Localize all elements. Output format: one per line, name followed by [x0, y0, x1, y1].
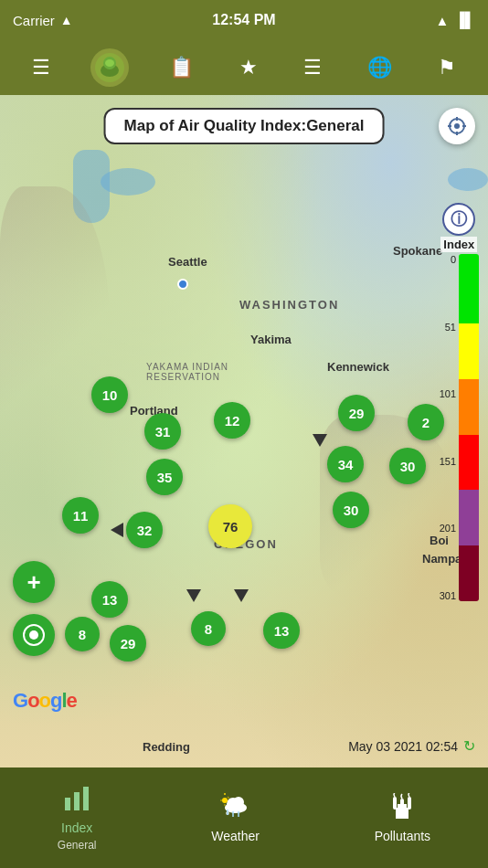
- map-title: Map of Air Quality Index:General: [104, 108, 385, 144]
- nav-bar: ☰ 📋 ★ ☰ 🌐 ⚑: [0, 40, 488, 95]
- svg-point-22: [222, 798, 228, 803]
- legend-val-101: 101: [440, 388, 456, 399]
- svg-rect-30: [400, 799, 404, 810]
- status-time: 12:54 PM: [212, 12, 275, 28]
- star-icon[interactable]: ★: [234, 50, 263, 85]
- svg-point-3: [105, 59, 114, 67]
- timestamp-text: May 03 2021 02:54: [348, 739, 458, 754]
- tab-index-label: Index: [61, 820, 92, 835]
- legend-val-151: 151: [440, 456, 456, 467]
- legend-val-0: 0: [440, 254, 456, 265]
- tab-weather[interactable]: Weather: [193, 784, 278, 852]
- svg-rect-31: [408, 797, 411, 810]
- status-left: Carrier ▲: [13, 13, 73, 28]
- legend-val-301: 301: [440, 590, 456, 601]
- tab-pollutants[interactable]: Pollutants: [356, 784, 449, 852]
- tab-bar: Index General Weather: [0, 767, 488, 868]
- wifi-icon: ▲: [60, 13, 73, 27]
- arrow-down-1: [186, 589, 201, 602]
- globe-icon[interactable]: 🌐: [362, 50, 398, 85]
- svg-point-11: [29, 630, 38, 640]
- svg-rect-12: [65, 798, 70, 810]
- mountain-cascades: [0, 186, 110, 460]
- tab-index-sublabel: General: [58, 839, 97, 852]
- status-bar: Carrier ▲ 12:54 PM ▲ ▐▌: [0, 0, 488, 40]
- flag-icon[interactable]: ⚑: [432, 50, 461, 85]
- aqi-legend: Index 0 51 101 151 201 301: [440, 237, 479, 601]
- legend-val-201: 201: [440, 523, 456, 534]
- svg-line-26: [228, 797, 229, 799]
- tab-pollutants-label: Pollutants: [375, 829, 430, 843]
- marker-30b[interactable]: 30: [333, 492, 369, 528]
- seattle-dot: [177, 279, 188, 290]
- marker-32[interactable]: 32: [126, 512, 163, 548]
- marker-11[interactable]: 11: [62, 497, 99, 534]
- app-logo[interactable]: [90, 48, 129, 87]
- marker-31[interactable]: 31: [144, 413, 181, 450]
- info-button[interactable]: ⓘ: [442, 203, 475, 236]
- carrier-label: Carrier: [13, 13, 55, 28]
- weather-icon: [220, 793, 251, 825]
- svg-rect-14: [83, 787, 89, 810]
- marker-8a[interactable]: 8: [65, 617, 100, 651]
- list-icon[interactable]: ☰: [298, 50, 327, 85]
- legend-color-bar: [459, 254, 479, 601]
- zoom-in-button[interactable]: +: [13, 561, 55, 603]
- menu-icon[interactable]: ☰: [27, 50, 56, 85]
- zoom-type-button[interactable]: [13, 614, 55, 656]
- marker-76[interactable]: 76: [208, 504, 252, 548]
- index-icon: [63, 785, 90, 817]
- marker-30a[interactable]: 30: [389, 448, 426, 484]
- google-brand: Google: [13, 689, 77, 713]
- legend-numbers: 0 51 101 151 201 301: [440, 254, 456, 601]
- tab-index[interactable]: Index General: [39, 776, 115, 861]
- marker-29a[interactable]: 29: [338, 395, 375, 431]
- marker-34[interactable]: 34: [327, 446, 364, 482]
- marker-12[interactable]: 12: [214, 402, 250, 439]
- marker-29b[interactable]: 29: [110, 625, 146, 662]
- marker-35[interactable]: 35: [146, 459, 183, 495]
- marker-13b[interactable]: 13: [263, 612, 300, 649]
- svg-point-5: [454, 123, 460, 129]
- legend-title: Index: [440, 237, 477, 252]
- svg-rect-13: [74, 792, 80, 810]
- water-lake-spokane: [448, 168, 488, 191]
- refresh-icon[interactable]: ↻: [463, 737, 475, 755]
- tab-weather-label: Weather: [211, 829, 260, 843]
- edit-icon[interactable]: 📋: [164, 50, 199, 85]
- gps-button[interactable]: [439, 108, 475, 144]
- marker-10[interactable]: 10: [91, 376, 128, 413]
- map-container[interactable]: Map of Air Quality Index:General ⓘ Index…: [0, 95, 488, 767]
- legend-val-51: 51: [440, 322, 456, 333]
- status-right: ▲ ▐▌: [435, 12, 475, 28]
- marker-13a[interactable]: 13: [91, 581, 128, 618]
- timestamp: May 03 2021 02:54 ↻: [348, 737, 475, 755]
- pollutants-icon: [388, 793, 416, 825]
- battery-icon: ▐▌: [454, 12, 475, 28]
- arrow-32: [111, 523, 123, 537]
- arrow-down-3: [313, 434, 327, 447]
- navigation-icon: ▲: [435, 13, 449, 28]
- svg-rect-29: [393, 797, 397, 810]
- arrow-down-2: [234, 589, 249, 602]
- marker-8b[interactable]: 8: [191, 611, 226, 646]
